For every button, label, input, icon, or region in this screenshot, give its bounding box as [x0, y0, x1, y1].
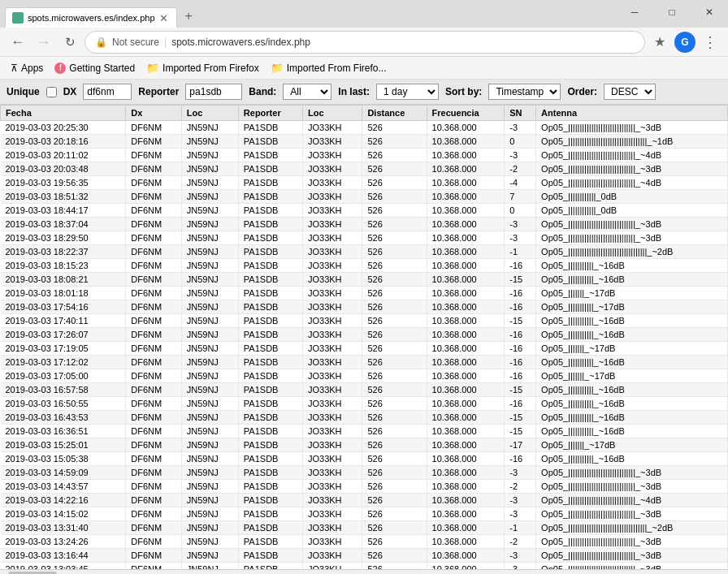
table-cell: 526	[362, 190, 427, 204]
tab-close-icon[interactable]: ✕	[159, 13, 168, 24]
scrollbar-thumb[interactable]	[8, 572, 57, 575]
table-container[interactable]: Fecha Dx Loc Reporter Loc Distance Frecu…	[0, 105, 728, 569]
table-cell: DF6NM	[126, 149, 181, 162]
table-row: 2019-03-03 18:15:23DF6NMJN59NJPA1SDBJO33…	[1, 259, 728, 273]
table-cell: JO33KH	[302, 190, 362, 204]
table-cell: PA1SDB	[238, 190, 302, 204]
table-cell: Op05_|||||||||||||||||||||||||||||_~3dB	[536, 535, 728, 549]
minimize-button[interactable]: ─	[616, 0, 653, 24]
star-button[interactable]: ★	[648, 31, 671, 54]
table-cell: 526	[362, 287, 427, 300]
table-cell: 526	[362, 521, 427, 535]
table-cell: PA1SDB	[238, 218, 302, 231]
address-bar[interactable]: 🔒 Not secure | spots.microwavers.es/inde…	[84, 31, 645, 54]
menu-button[interactable]: ⋮	[699, 31, 722, 54]
table-cell: JN59NJ	[181, 563, 238, 570]
col-frecuencia: Frecuencia	[427, 106, 505, 121]
table-cell: Op05_|||||||||||||||||||||||||||||_~3dB	[536, 563, 728, 570]
table-cell: JO33KH	[302, 162, 362, 176]
table-cell: DF6NM	[126, 314, 181, 328]
table-cell: JO33KH	[302, 314, 362, 328]
table-cell: JN59NJ	[181, 342, 238, 356]
bookmark-imported-1[interactable]: 📁 Imported From Firefox	[142, 60, 263, 76]
table-cell: PA1SDB	[238, 425, 302, 438]
table-cell: Op05_|||||||||||_~16dB	[536, 314, 728, 328]
in-last-select[interactable]: 1 hour6 hours12 hours1 day3 days	[376, 84, 439, 100]
table-row: 2019-03-03 13:31:40DF6NMJN59NJPA1SDBJO33…	[1, 521, 728, 535]
order-select[interactable]: DESCASC	[604, 84, 656, 100]
table-cell: Op05_|||||||||||_~16dB	[536, 356, 728, 369]
table-row: 2019-03-03 18:08:21DF6NMJN59NJPA1SDBJO33…	[1, 273, 728, 287]
table-cell: JN59NJ	[181, 259, 238, 273]
reporter-input[interactable]	[185, 84, 242, 100]
table-cell: -16	[505, 369, 536, 383]
close-button[interactable]: ✕	[691, 0, 728, 24]
bookmark-apps[interactable]: ⊼ Apps	[6, 61, 47, 76]
table-cell: 2019-03-03 17:54:16	[1, 300, 126, 314]
table-cell: Op05_|||||||_~17dB	[536, 369, 728, 383]
table-cell: 2019-03-03 18:44:17	[1, 204, 126, 218]
table-cell: JO33KH	[302, 121, 362, 135]
table-cell: 10.368.000	[427, 507, 505, 521]
bookmark-imported-2[interactable]: 📁 Imported From Firefo...	[266, 60, 391, 76]
table-cell: JN59NJ	[181, 383, 238, 397]
table-row: 2019-03-03 20:25:30DF6NMJN59NJPA1SDBJO33…	[1, 121, 728, 135]
table-cell: Op05_|||||||||||||||||||||||||||||_~3dB	[536, 549, 728, 563]
page-content: Unique DX Reporter Band: All23cm13cm9cm …	[0, 80, 728, 574]
table-cell: DF6NM	[126, 342, 181, 356]
table-cell: JN59NJ	[181, 507, 238, 521]
table-cell: JO33KH	[302, 287, 362, 300]
scrollbar-h[interactable]	[0, 569, 728, 574]
refresh-button[interactable]: ↻	[58, 31, 81, 54]
table-cell: PA1SDB	[238, 245, 302, 259]
table-cell: JO33KH	[302, 411, 362, 425]
table-cell: 526	[362, 300, 427, 314]
table-cell: 526	[362, 342, 427, 356]
table-cell: 10.368.000	[427, 259, 505, 273]
table-row: 2019-03-03 16:57:58DF6NMJN59NJPA1SDBJO33…	[1, 383, 728, 397]
table-cell: 526	[362, 176, 427, 190]
table-cell: Op05_|||||||_~17dB	[536, 287, 728, 300]
table-cell: Op05_|||||||||||_~16dB	[536, 273, 728, 287]
table-cell: JO33KH	[302, 245, 362, 259]
address-text: spots.microwavers.es/index.php	[171, 37, 635, 48]
apps-label: Apps	[21, 63, 43, 74]
band-select[interactable]: All23cm13cm9cm	[283, 84, 332, 100]
table-cell: JN59NJ	[181, 494, 238, 507]
maximize-button[interactable]: □	[653, 0, 691, 24]
table-cell: 2019-03-03 18:01:18	[1, 287, 126, 300]
table-cell: PA1SDB	[238, 549, 302, 563]
table-cell: JO33KH	[302, 535, 362, 549]
dx-input[interactable]	[83, 84, 132, 100]
table-cell: PA1SDB	[238, 369, 302, 383]
table-cell: DF6NM	[126, 521, 181, 535]
table-cell: JO33KH	[302, 218, 362, 231]
active-tab[interactable]: spots.microwavers.es/index.php ✕	[5, 7, 177, 28]
table-cell: JO33KH	[302, 259, 362, 273]
sort-select[interactable]: TimestampDistanceFrequency	[488, 84, 561, 100]
bookmark-getting-started[interactable]: f Getting Started	[50, 61, 139, 76]
table-cell: 2019-03-03 20:25:30	[1, 121, 126, 135]
table-row: 2019-03-03 18:01:18DF6NMJN59NJPA1SDBJO33…	[1, 287, 728, 300]
table-cell: PA1SDB	[238, 342, 302, 356]
table-cell: 10.368.000	[427, 397, 505, 411]
table-row: 2019-03-03 17:54:16DF6NMJN59NJPA1SDBJO33…	[1, 300, 728, 314]
table-cell: PA1SDB	[238, 521, 302, 535]
new-tab-button[interactable]: +	[177, 5, 201, 28]
table-cell: 526	[362, 383, 427, 397]
avatar[interactable]: G	[674, 32, 696, 53]
back-button[interactable]: ←	[6, 31, 29, 54]
lock-icon: 🔒	[95, 37, 107, 48]
unique-checkbox[interactable]	[46, 87, 57, 97]
apps-icon: ⊼	[11, 63, 18, 74]
table-cell: JO33KH	[302, 204, 362, 218]
table-cell: JN59NJ	[181, 328, 238, 342]
table-cell: JO33KH	[302, 563, 362, 570]
table-cell: 2019-03-03 16:43:53	[1, 411, 126, 425]
table-cell: JN59NJ	[181, 356, 238, 369]
forward-button[interactable]: →	[32, 31, 55, 54]
table-cell: JO33KH	[302, 149, 362, 162]
table-cell: 2019-03-03 17:26:07	[1, 328, 126, 342]
table-row: 2019-03-03 18:44:17DF6NMJN59NJPA1SDBJO33…	[1, 204, 728, 218]
table-cell: -15	[505, 314, 536, 328]
